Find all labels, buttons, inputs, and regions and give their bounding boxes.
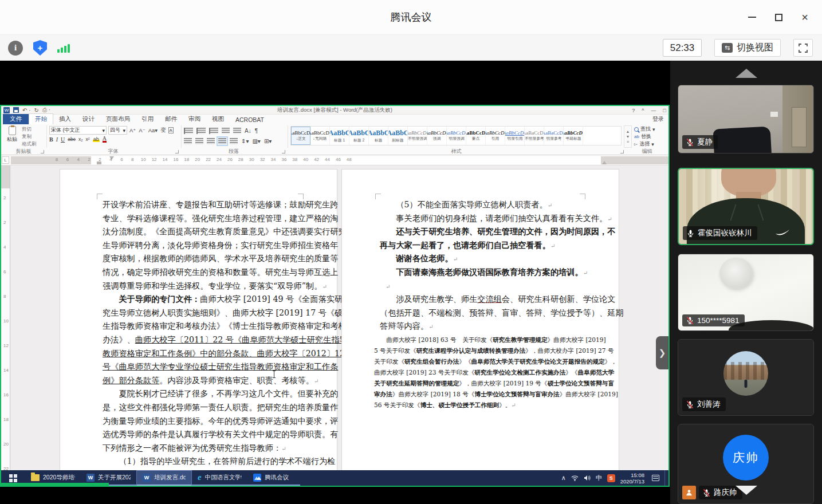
font-size-select[interactable]: 四号▾ — [108, 126, 127, 135]
style-item-标题[interactable]: AaBbC标题 — [369, 127, 388, 145]
decrease-indent-button[interactable] — [222, 128, 230, 134]
participant-tile-霍俊国嵚嵚林川[interactable]: 霍俊国嵚嵚林川 — [678, 168, 814, 245]
font-color-button[interactable]: A — [103, 136, 107, 143]
horizontal-ruler[interactable]: 8642246810121416182022242628303234363840… — [11, 156, 668, 164]
grow-font-button[interactable]: A⁺ — [129, 127, 136, 133]
dialog-launcher-icon[interactable] — [175, 150, 179, 153]
participant-tile-刘善涛[interactable]: 刘善涛 — [678, 339, 814, 416]
word-tab-引用[interactable]: 引用 — [136, 114, 159, 124]
align-right-button[interactable] — [207, 138, 215, 144]
style-item-不明显参考[interactable]: AaBaCcDd不明显参考 — [525, 127, 544, 145]
word-tab-审阅[interactable]: 审阅 — [183, 114, 206, 124]
word-minimize-button[interactable]: — — [651, 108, 656, 113]
subscript-button[interactable]: x₂ — [78, 136, 83, 142]
char-border-button[interactable]: A — [168, 127, 174, 133]
switch-view-button[interactable]: ⇆ 切换视图 — [714, 39, 781, 57]
align-left-button[interactable] — [184, 138, 192, 144]
phonetic-guide-button[interactable]: 变 — [160, 127, 167, 134]
sidebar-collapse-button[interactable]: ❯ — [656, 336, 668, 369]
distribute-button[interactable] — [230, 138, 238, 144]
style-item-↓正文[interactable]: AaBbCcDd↓正文 — [291, 127, 310, 145]
word-help-button[interactable]: ? — [632, 108, 635, 113]
paste-button[interactable]: 粘贴 — [5, 126, 19, 147]
style-item-标题 2[interactable]: AaBbC标题 2 — [349, 127, 369, 145]
underline-button[interactable]: U — [61, 136, 65, 143]
bullets-button[interactable] — [184, 128, 193, 134]
health-shield-icon[interactable]: + — [33, 40, 47, 56]
style-item-要点[interactable]: AaBbCcDd要点 — [466, 127, 486, 145]
word-tab-文件[interactable]: 文件 — [3, 114, 29, 124]
select-button[interactable]: ▻选择▾ — [634, 141, 665, 147]
word-tab-插入[interactable]: 插入 — [53, 114, 77, 124]
style-item-不明显强调[interactable]: AaBbCcDd不明显强调 — [408, 127, 427, 145]
format-painter-button[interactable]: 格式刷 — [22, 141, 37, 148]
style-item-副标题[interactable]: AaBbC副标题 — [388, 127, 408, 145]
maximize-button[interactable] — [769, 8, 788, 26]
meeting-info-icon[interactable]: i — [8, 41, 23, 56]
document-area[interactable]: 2246810121416182022 开设学术前沿讲座、专题报告和互助研讨等选… — [1, 166, 668, 470]
style-item-明显强调[interactable]: AaBbCcDd明显强调 — [447, 127, 466, 145]
font-name-select[interactable]: 宋体 (中文正▾ — [49, 126, 107, 135]
taskbar-clock[interactable]: 15:082020/7/13 — [620, 472, 647, 485]
fullscreen-button[interactable] — [793, 39, 813, 57]
word-tab-页面布局[interactable]: 页面布局 — [100, 114, 136, 124]
document-page-right[interactable]: （5）不能全面落实导师立德树人职责者。↵ 事关老师们的切身利益，请老师们抽空认真… — [342, 170, 619, 470]
style-gallery-arrows[interactable]: ▲▼≡ — [624, 125, 632, 148]
cut-button[interactable]: 剪切 — [22, 126, 37, 133]
change-case-button[interactable]: Aa▾ — [148, 127, 158, 133]
scroll-down-arrow[interactable] — [736, 486, 757, 495]
participant-tile-150****5981[interactable]: 150****5981 — [678, 254, 814, 331]
wifi-icon[interactable] — [571, 473, 579, 483]
style-item-↓无间隔[interactable]: AaBbCcDd↓无间隔 — [310, 127, 330, 145]
word-tab-开始[interactable]: 开始 — [29, 113, 53, 124]
multilevel-list-button[interactable] — [209, 128, 218, 134]
highlight-color-button[interactable]: ab — [93, 136, 100, 142]
shading-button[interactable]: ▨▾ — [252, 138, 260, 144]
numbering-button[interactable] — [196, 128, 206, 134]
dialog-launcher-icon[interactable] — [282, 150, 285, 153]
vertical-ruler[interactable]: 2246810121416182022 — [1, 166, 10, 470]
word-tab-ACROBAT[interactable]: ACROBAT — [230, 115, 270, 124]
increase-indent-button[interactable] — [233, 128, 241, 134]
ribbon-toggle-button[interactable]: ^ — [642, 108, 644, 113]
tray-expand-icon[interactable]: ∧ — [561, 474, 566, 482]
word-tab-设计[interactable]: 设计 — [77, 114, 100, 124]
taskbar-item-培训发言.docx [兼...[interactable]: W培训发言.docx [兼... — [136, 470, 192, 486]
word-tab-邮件[interactable]: 邮件 — [159, 114, 183, 124]
superscript-button[interactable]: x² — [86, 136, 90, 142]
shrink-font-button[interactable]: A⁻ — [138, 127, 145, 133]
ime-indicator[interactable]: 中 — [596, 474, 602, 482]
document-page-left[interactable]: 开设学术前沿讲座、专题报告和互助研讨等选修课；鼓励研究生跨专业、学科选修课程等。… — [60, 170, 337, 470]
network-signal-icon[interactable] — [57, 43, 70, 53]
style-item-明显引用[interactable]: AaBbCcDd明显引用 — [505, 127, 525, 145]
justify-button[interactable] — [218, 138, 226, 144]
word-maximize-button[interactable]: □ — [663, 108, 666, 113]
taskbar-item-中国语言文学学科...[interactable]: e中国语言文学学科... — [192, 470, 247, 486]
borders-button[interactable]: ⊞▾ — [264, 138, 272, 144]
style-item-明显参考[interactable]: AaBaCcDd明显参考 — [544, 127, 564, 145]
style-item-引用[interactable]: AaBbCcDd引用 — [486, 127, 505, 145]
participant-tile-夏静[interactable]: 夏静 — [678, 85, 814, 153]
style-item-标题 1[interactable]: AaBbC标题 1 — [330, 127, 349, 145]
line-spacing-button[interactable]: ⇕▾ — [241, 138, 249, 144]
dialog-launcher-icon[interactable] — [41, 150, 44, 153]
style-item-强调[interactable]: AaBbCcDd强调 — [427, 127, 447, 145]
replace-button[interactable]: ab替换 — [634, 133, 665, 140]
strikethrough-button[interactable]: abc — [68, 136, 76, 142]
word-signin[interactable]: 登录 — [652, 115, 664, 123]
close-button[interactable]: × — [796, 8, 814, 26]
style-item-书籍标题[interactable]: AaBbCcDd书籍标题 — [564, 127, 583, 145]
tab-selector[interactable]: L — [2, 156, 9, 164]
word-window-controls[interactable]: ?^—□ — [632, 106, 666, 115]
right-indent-marker[interactable] — [602, 161, 607, 164]
notification-center-icon[interactable] — [652, 475, 659, 481]
bold-button[interactable]: B — [49, 136, 53, 143]
sort-button[interactable]: A↓ — [245, 128, 251, 134]
dialog-launcher-icon[interactable] — [620, 150, 624, 153]
taskbar-item-腾讯会议[interactable]: 腾讯会议 — [247, 470, 300, 486]
scroll-up-arrow[interactable] — [736, 69, 757, 78]
word-tab-视图[interactable]: 视图 — [206, 114, 230, 124]
align-center-button[interactable] — [195, 138, 203, 144]
speaker-icon[interactable] — [584, 473, 591, 483]
find-button[interactable]: 查找▾ — [634, 126, 665, 132]
